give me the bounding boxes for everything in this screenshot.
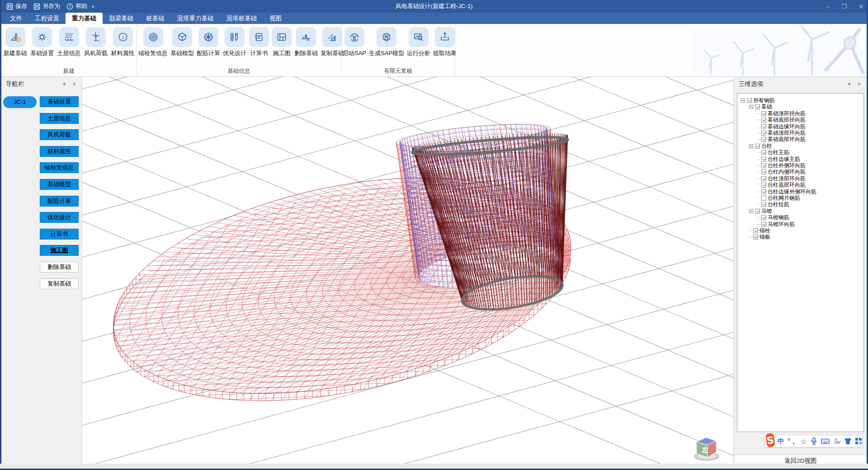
checkbox-台柱顶部环向筋[interactable] — [761, 176, 766, 181]
skin-icon[interactable] — [844, 437, 852, 445]
layout-grid-icon[interactable] — [855, 437, 862, 445]
keyboard-icon[interactable] — [821, 438, 830, 445]
restore-button[interactable]: ❐ — [841, 3, 847, 10]
nav-button-风机荷载[interactable]: 风机荷载 — [40, 129, 79, 140]
ribbon-button-计算书[interactable]: 计算书 — [248, 27, 270, 57]
nav-button-材料属性[interactable]: 材料属性 — [40, 146, 79, 157]
close-button[interactable]: ✕ — [859, 3, 863, 10]
nav-button-施工图[interactable]: 施工图 — [40, 245, 79, 256]
tree-expander[interactable] — [749, 209, 753, 213]
checkbox-台柱[interactable] — [755, 144, 760, 149]
ribbon-button-删除基础[interactable]: 删除基础 — [293, 27, 319, 57]
checkbox-基础底部径向筋[interactable] — [761, 118, 766, 122]
scene-3d[interactable] — [82, 77, 734, 464]
menu-caret-icon[interactable]: ▾ — [92, 4, 94, 9]
chinese-mode-icon[interactable]: 中 — [778, 437, 784, 446]
checkbox-台柱外侧环向筋[interactable] — [761, 163, 766, 168]
nav-button-计算书[interactable]: 计算书 — [40, 229, 79, 240]
checkbox-台柱边缘主筋[interactable] — [761, 157, 766, 162]
nav-button-基础设置[interactable]: 基础设置 — [40, 96, 79, 107]
ribbon-group-label: 基础信息 — [228, 67, 250, 75]
ribbon-button-土层信息[interactable]: 土层信息 — [56, 27, 82, 57]
ribbon-button-锚栓笼信息[interactable]: 锚栓笼信息 — [137, 27, 169, 57]
wind-turbines-watermark — [691, 25, 867, 75]
gear-icon — [32, 27, 52, 47]
minimize-button[interactable]: – — [826, 3, 830, 10]
ribbon-button-材料属性[interactable]: i材料属性 — [110, 27, 136, 57]
checkbox-台柱主筋[interactable] — [761, 150, 766, 155]
navigation-panel-title: 导航栏 — [6, 80, 62, 88]
tree-expander[interactable] — [749, 144, 753, 148]
app-window: { "titlebar": { "title": "风电基础设计(新建工程-JC… — [0, 0, 868, 470]
menu-tab-工程设置[interactable]: 工程设置 — [28, 13, 66, 24]
panel-close-icon[interactable]: ✕ — [857, 81, 861, 87]
ribbon-button-风机荷载[interactable]: 风机荷载 — [83, 27, 109, 57]
nav-button-基础模型[interactable]: 基础模型 — [40, 179, 79, 190]
project-tab-jc1[interactable]: JC-1 — [3, 96, 37, 108]
nav-button-土层信息[interactable]: 土层信息 — [40, 113, 79, 124]
checkbox-马镫[interactable] — [755, 209, 760, 214]
quickaccess-help[interactable]: ?帮助 — [66, 2, 87, 10]
ribbon-button-提取结果[interactable]: 提取结果 — [432, 27, 458, 57]
mic-icon[interactable] — [810, 437, 818, 445]
panel-close-icon[interactable]: ✕ — [72, 81, 76, 87]
checkbox-马镫钢筋[interactable] — [761, 215, 766, 220]
viewport-3d[interactable]: 左 — [82, 77, 734, 464]
checkbox-台柱网片钢筋[interactable] — [761, 196, 766, 201]
nav-button-删除基础[interactable]: 删除基础 — [40, 262, 79, 273]
ribbon-button-新建基础[interactable]: 新建基础 — [2, 27, 28, 57]
checkbox-所有钢筋[interactable] — [747, 98, 752, 103]
checkbox-基础底部环向筋[interactable] — [761, 137, 766, 142]
panel-collapse-icon[interactable]: ▼ — [62, 81, 67, 87]
menu-tab-重力基础[interactable]: 重力基础 — [66, 13, 103, 24]
view-cube[interactable]: 左 — [692, 430, 723, 463]
ribbon-group-新建: 新建基础基础设置土层信息风机荷载i材料属性新建 — [1, 24, 137, 76]
checkbox-台柱拉筋[interactable] — [761, 202, 766, 207]
menu-tab-混塔桩基础[interactable]: 混塔桩基础 — [220, 13, 264, 24]
toolbox-person-icon[interactable]: 22 — [833, 437, 841, 445]
ribbon-button-生成SAP模型[interactable]: SAP生成SAP模型 — [368, 27, 406, 57]
menu-tab-文件[interactable]: 文件 — [4, 13, 28, 24]
checkbox-台柱底部环向筋[interactable] — [761, 183, 766, 188]
menu-tab-视图[interactable]: 视图 — [263, 13, 288, 24]
viewcube-left-label: 左 — [701, 446, 708, 454]
options-3d-panel: 三维选项 ▼ ✕ 所有钢筋基础基础顶部径向筋基础底部径向筋基础边缘环向筋基础顶部… — [734, 77, 867, 464]
checkbox-基础边缘环向筋[interactable] — [761, 124, 766, 129]
menu-tab-肋梁基础[interactable]: 肋梁基础 — [103, 13, 140, 24]
checkbox-锚板[interactable] — [753, 235, 758, 240]
checkbox-基础顶部径向筋[interactable] — [761, 111, 766, 116]
panel-collapse-icon[interactable]: ▼ — [847, 81, 852, 87]
ribbon-button-基础模型[interactable]: 基础模型 — [169, 27, 195, 57]
checkbox-台柱边缘外侧环向筋[interactable] — [761, 189, 766, 194]
ribbon-button-配筋计算[interactable]: 配筋计算 — [195, 27, 222, 57]
ribbon-button-运行分析[interactable]: 运行分析 — [406, 27, 432, 57]
anchor-cage-icon — [143, 27, 163, 47]
menu-tab-桩基础[interactable]: 桩基础 — [140, 13, 171, 24]
emoji-icon[interactable]: ☺ — [800, 437, 807, 445]
ime-toolbar: S中°，☺22 — [765, 435, 863, 447]
ribbon-button-施工图[interactable]: 施工图 — [270, 27, 293, 57]
checkbox-基础顶部环向筋[interactable] — [761, 131, 766, 136]
tree-expander[interactable] — [741, 99, 745, 103]
nav-button-锚栓笼信息[interactable]: 锚栓笼信息 — [40, 162, 79, 173]
ribbon-group-有限元复核: SAP启动SAPSAP生成SAP模型运行分析提取结果有限元复核 — [341, 24, 455, 76]
rebar-wheel-icon — [198, 27, 218, 47]
window-title: 风电基础设计(新建工程-JC-1) — [0, 2, 868, 10]
checkbox-基础[interactable] — [755, 104, 760, 109]
ribbon-button-启动SAP[interactable]: SAP启动SAP — [341, 27, 368, 57]
quickaccess-save[interactable]: 保存 — [6, 2, 27, 10]
checkbox-台柱内侧环向筋[interactable] — [761, 169, 766, 174]
delete-foundation-icon — [296, 27, 316, 47]
menu-tab-混塔重力基础[interactable]: 混塔重力基础 — [171, 13, 220, 24]
nav-button-配筋计算[interactable]: 配筋计算 — [40, 196, 79, 207]
quickaccess-save-as[interactable]: 另存为 — [33, 2, 60, 10]
ribbon-button-优化设计[interactable]: 优化设计 — [222, 27, 248, 57]
ribbon-button-基础设置[interactable]: 基础设置 — [29, 27, 55, 57]
sogou-logo-icon[interactable]: S — [765, 433, 775, 447]
checkbox-锚栓[interactable] — [753, 228, 758, 233]
nav-button-优化设计[interactable]: 优化设计 — [40, 212, 79, 223]
nav-button-复制基础[interactable]: 复制基础 — [40, 278, 79, 289]
punctuation-icon[interactable]: °， — [788, 437, 797, 446]
tree-expander[interactable] — [749, 105, 753, 109]
checkbox-马镫环向筋[interactable] — [761, 222, 766, 227]
